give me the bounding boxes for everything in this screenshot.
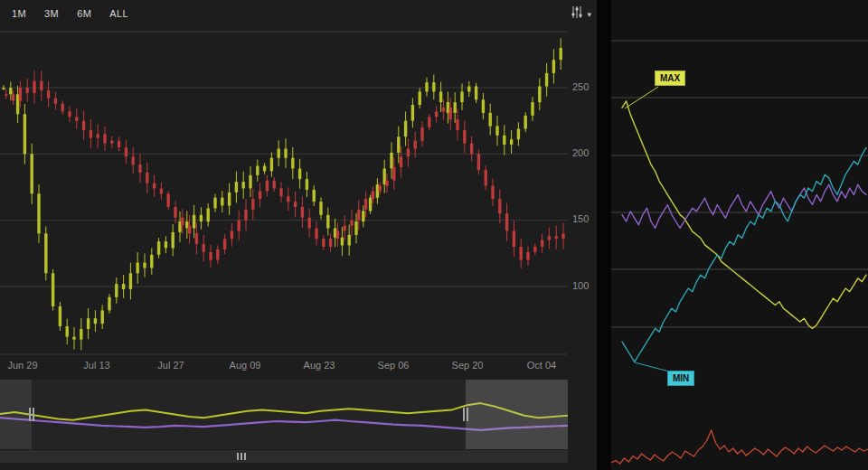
period-button-all[interactable]: ALL — [101, 5, 137, 23]
x-tick-label: Jul 27 — [148, 360, 193, 371]
x-tick-label: Oct 04 — [519, 360, 564, 371]
y-tick-label: 100 — [572, 280, 596, 291]
y-tick-label: 150 — [572, 213, 596, 224]
min-annotation: MIN — [667, 371, 694, 386]
x-tick-label: Jun 29 — [0, 360, 45, 371]
period-button-3m[interactable]: 3M — [36, 5, 67, 23]
period-button-6m[interactable]: 6M — [69, 5, 99, 23]
y-tick-label: 200 — [572, 147, 596, 158]
x-tick-label: Aug 09 — [222, 360, 268, 371]
chevron-down-icon[interactable]: ▾ — [587, 8, 591, 21]
max-annotation: MAX — [655, 70, 685, 86]
x-tick-label: Sep 20 — [445, 360, 490, 371]
main-candlestick-chart[interactable] — [0, 27, 568, 360]
right-chart-panel: MAX MIN — [611, 0, 868, 470]
period-button-1m[interactable]: 1M — [4, 5, 34, 23]
bottom-line-chart[interactable] — [611, 407, 868, 470]
x-tick-label: Jul 13 — [74, 360, 119, 371]
horizontal-scrollbar[interactable] — [0, 450, 568, 463]
panel-divider — [597, 0, 611, 470]
trading-app: 1M 3M 6M ALL ▾ 250 — [0, 0, 868, 470]
navigator-preview-chart — [0, 380, 568, 449]
y-tick-label: 250 — [572, 81, 596, 92]
period-toolbar: 1M 3M 6M ALL ▾ — [0, 0, 597, 27]
x-tick-label: Aug 23 — [297, 360, 342, 371]
toolbar-right-controls: ▾ — [571, 5, 591, 23]
x-tick-label: Sep 06 — [371, 360, 416, 371]
scrollbar-grip[interactable] — [237, 453, 246, 460]
navigator-left-handle[interactable] — [27, 408, 36, 421]
left-chart-panel: 1M 3M 6M ALL ▾ 250 — [0, 0, 597, 470]
settings-sliders-icon[interactable] — [571, 5, 584, 23]
range-navigator[interactable] — [0, 380, 568, 449]
navigator-right-handle[interactable] — [461, 408, 470, 421]
comparison-line-chart[interactable] — [611, 0, 868, 402]
